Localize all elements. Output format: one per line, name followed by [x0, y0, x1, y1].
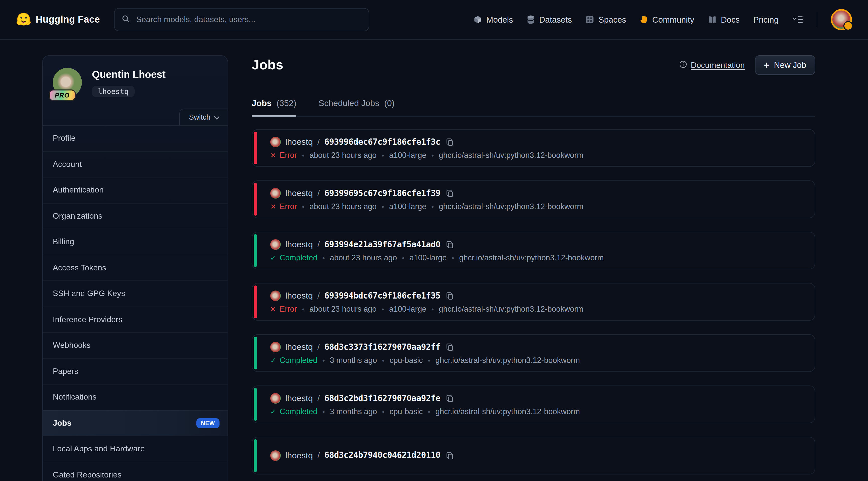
job-owner-link[interactable]: lhoestq	[285, 451, 313, 460]
copy-icon[interactable]	[446, 452, 454, 460]
job-status: ✓Completed	[270, 254, 317, 262]
sidebar-item-access-tokens[interactable]: Access Tokens	[43, 254, 227, 280]
new-badge: NEW	[196, 418, 219, 428]
job-meta: ✕Error•about 23 hours ago•a100-large•ghc…	[270, 152, 815, 159]
job-owner-link[interactable]: lhoestq	[285, 343, 313, 352]
sidebar-item-jobs[interactable]: Jobs NEW	[43, 410, 227, 436]
job-status-bar	[254, 234, 257, 267]
job-time: 3 months ago	[330, 408, 377, 416]
job-card[interactable]: lhoestq / 69399695c67c9f186cfe1f39 ✕Erro…	[252, 180, 815, 218]
navbar-divider	[817, 12, 817, 27]
sidebar-item-webhooks[interactable]: Webhooks	[43, 332, 227, 358]
sidebar-item-label: Profile	[53, 134, 75, 143]
nav-link-community[interactable]: Community	[640, 15, 694, 24]
job-owner-link[interactable]: lhoestq	[285, 394, 313, 403]
sidebar-item-label: Access Tokens	[53, 263, 106, 272]
sidebar-item-gated-repositories[interactable]: Gated Repositories	[43, 462, 227, 481]
job-owner-link[interactable]: lhoestq	[285, 138, 313, 147]
top-navbar: Hugging Face Models Datasets Spaces Comm…	[0, 0, 868, 40]
copy-icon[interactable]	[446, 241, 454, 249]
job-id-link[interactable]: 693994e21a39f67af5a41ad0	[324, 241, 440, 249]
job-hardware: a100-large	[409, 254, 446, 262]
job-id-link[interactable]: 68d3c24b7940c04621d20110	[324, 452, 440, 460]
sidebar-item-label: Billing	[53, 238, 74, 246]
database-icon	[527, 15, 535, 24]
job-status-bar	[254, 388, 257, 421]
avatar	[270, 137, 281, 148]
job-list: lhoestq / 693996dec67c9f186cfe1f3c ✕Erro…	[252, 129, 815, 475]
huggingface-logo[interactable]: Hugging Face	[16, 12, 100, 27]
user-card: PRO Quentin Lhoest lhoestq Switch	[43, 56, 227, 125]
sidebar-item-local-apps-and-hardware[interactable]: Local Apps and Hardware	[43, 436, 227, 462]
sidebar-item-label: Inference Providers	[53, 315, 122, 324]
check-icon: ✓	[270, 408, 276, 415]
sidebar-item-label: Account	[53, 160, 82, 169]
job-id-link[interactable]: 68d3c2bd3f16279070aa92fe	[324, 394, 440, 402]
sidebar-item-organizations[interactable]: Organizations	[43, 203, 227, 229]
sidebar-item-ssh-and-gpg-keys[interactable]: SSH and GPG Keys	[43, 280, 227, 306]
info-icon	[679, 60, 687, 70]
copy-icon[interactable]	[446, 292, 454, 300]
copy-icon[interactable]	[446, 343, 454, 351]
documentation-link[interactable]: Documentation	[679, 60, 745, 70]
job-id-link[interactable]: 69399695c67c9f186cfe1f39	[324, 189, 440, 198]
job-status: ✕Error	[270, 305, 297, 313]
job-meta: ✓Completed•3 months ago•cpu-basic•ghcr.i…	[270, 408, 815, 416]
job-card[interactable]: lhoestq / 68d3c2bd3f16279070aa92fe ✓Comp…	[252, 386, 815, 423]
job-id-link[interactable]: 68d3c3373f16279070aa92ff	[324, 343, 440, 351]
job-meta: ✕Error•about 23 hours ago•a100-large•ghc…	[270, 203, 815, 211]
documentation-label: Documentation	[691, 61, 745, 70]
job-card[interactable]: lhoestq / 68d3c24b7940c04621d20110	[252, 437, 815, 475]
job-card[interactable]: lhoestq / 68d3c3373f16279070aa92ff ✓Comp…	[252, 334, 815, 372]
switch-account-button[interactable]: Switch	[180, 109, 227, 125]
sidebar-item-papers[interactable]: Papers	[43, 358, 227, 384]
check-icon: ✓	[270, 357, 276, 364]
error-x-icon: ✕	[270, 152, 276, 159]
more-menu-icon[interactable]	[792, 14, 803, 25]
page: Hugging Face Models Datasets Spaces Comm…	[0, 0, 868, 481]
sidebar-item-billing[interactable]: Billing	[43, 229, 227, 254]
username-pill: lhoestq	[92, 86, 135, 97]
job-status: ✓Completed	[270, 357, 317, 364]
copy-icon[interactable]	[446, 138, 454, 146]
job-card[interactable]: lhoestq / 693996dec67c9f186cfe1f3c ✕Erro…	[252, 129, 815, 167]
job-card[interactable]: lhoestq / 693994e21a39f67af5a41ad0 ✓Comp…	[252, 232, 815, 269]
sidebar-item-account[interactable]: Account	[43, 151, 227, 177]
copy-icon[interactable]	[446, 395, 454, 402]
job-owner-link[interactable]: lhoestq	[285, 241, 313, 249]
avatar	[270, 240, 281, 250]
job-time: about 23 hours ago	[309, 305, 376, 313]
job-card[interactable]: lhoestq / 693994bdc67c9f186cfe1f35 ✕Erro…	[252, 283, 815, 321]
tab-scheduled-jobs[interactable]: Scheduled Jobs (0)	[318, 98, 395, 116]
job-owner-link[interactable]: lhoestq	[285, 292, 313, 300]
bullet-separator: •	[322, 254, 325, 261]
bullet-separator: •	[322, 357, 325, 364]
copy-icon[interactable]	[446, 189, 454, 198]
sidebar-item-authentication[interactable]: Authentication	[43, 177, 227, 203]
job-owner-link[interactable]: lhoestq	[285, 189, 313, 198]
job-id-link[interactable]: 693994bdc67c9f186cfe1f35	[324, 292, 440, 300]
avatar	[270, 188, 281, 199]
user-avatar[interactable]	[831, 9, 852, 30]
page-title: Jobs	[252, 57, 283, 73]
bullet-separator: •	[381, 306, 384, 312]
switch-label: Switch	[189, 113, 211, 121]
tab-jobs[interactable]: Jobs (352)	[252, 98, 297, 116]
search-icon	[122, 14, 130, 25]
nav-link-datasets[interactable]: Datasets	[527, 15, 572, 24]
new-job-button[interactable]: + New Job	[755, 55, 815, 75]
nav-link-spaces[interactable]: Spaces	[585, 15, 626, 24]
sidebar-item-inference-providers[interactable]: Inference Providers	[43, 306, 227, 332]
sidebar-item-notifications[interactable]: Notifications	[43, 384, 227, 410]
nav-link-models[interactable]: Models	[473, 15, 513, 24]
search-input[interactable]	[135, 14, 362, 25]
bullet-separator: •	[428, 357, 431, 364]
search-bar[interactable]	[114, 8, 369, 31]
nav-link-docs[interactable]: Docs	[708, 15, 740, 24]
job-hardware: cpu-basic	[390, 408, 423, 416]
job-status-label: Error	[280, 305, 297, 313]
chevron-down-icon	[214, 113, 219, 121]
nav-link-pricing[interactable]: Pricing	[753, 15, 779, 24]
sidebar-item-profile[interactable]: Profile	[43, 126, 227, 151]
job-id-link[interactable]: 693996dec67c9f186cfe1f3c	[324, 138, 440, 146]
